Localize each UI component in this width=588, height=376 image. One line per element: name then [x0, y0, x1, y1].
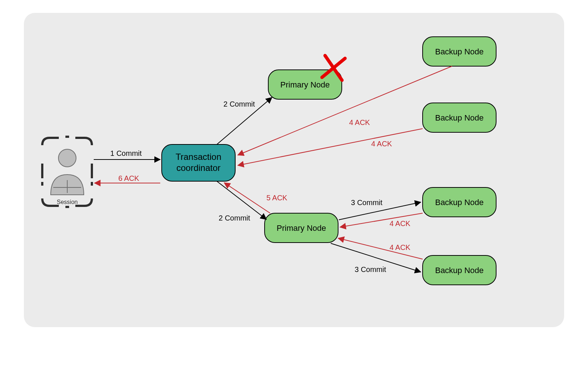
- edge-5-ack: [224, 183, 270, 213]
- primary-node-1: Primary Node: [268, 55, 345, 99]
- primary-node-1-label: Primary Node: [280, 80, 330, 89]
- coordinator-label-line2: coordinator: [176, 163, 220, 173]
- edge-4-ack-b3-label: 4 ACK: [390, 219, 410, 228]
- backup-node-3-label: Backup Node: [435, 198, 484, 207]
- backup-node-3: Backup Node: [423, 187, 496, 217]
- edge-3-commit-b3-label: 3 Commit: [351, 198, 383, 207]
- edge-4-ack-b2-label: 4 ACK: [371, 140, 392, 148]
- backup-node-2: Backup Node: [423, 103, 496, 132]
- session-actor: Session: [42, 137, 92, 207]
- edge-3-commit-b4-label: 3 Commit: [355, 265, 386, 273]
- edge-6-ack-label: 6 ACK: [118, 174, 139, 182]
- session-label: Session: [57, 199, 78, 205]
- edge-4-ack-b2: [238, 129, 423, 165]
- edge-4-ack-b1-label: 4 ACK: [349, 118, 370, 126]
- backup-node-4: Backup Node: [423, 255, 496, 285]
- backup-node-2-label: Backup Node: [435, 113, 484, 122]
- edge-5-ack-label: 5 ACK: [266, 194, 287, 202]
- edge-1-commit-label: 1 Commit: [110, 149, 142, 157]
- edge-2-commit-bottom-label: 2 Commit: [219, 214, 250, 222]
- coordinator-label-line1: Transaction: [176, 152, 222, 162]
- primary-node-2-label: Primary Node: [277, 223, 326, 233]
- backup-node-1: Backup Node: [423, 37, 496, 66]
- backup-node-4-label: Backup Node: [435, 266, 484, 275]
- edge-4-ack-b4-label: 4 ACK: [390, 243, 410, 251]
- backup-node-1-label: Backup Node: [435, 47, 484, 56]
- diagram-svg: Session Transaction coordinator Primary …: [0, 0, 588, 376]
- transaction-coordinator-node: Transaction coordinator: [162, 144, 235, 181]
- edge-2-commit-top-label: 2 Commit: [223, 100, 255, 108]
- primary-node-2: Primary Node: [265, 213, 338, 243]
